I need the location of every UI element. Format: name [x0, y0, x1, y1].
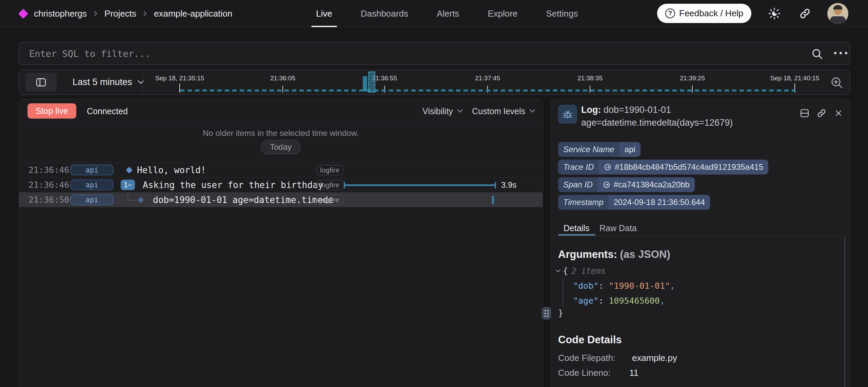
empty-window-notice: No older items in the selected time wind…	[19, 128, 542, 138]
theme-toggle-button[interactable]	[766, 5, 783, 22]
span-id-pill[interactable]: Span ID #ca741384ca2a20bb	[558, 177, 695, 192]
logfire-tag[interactable]: logfire	[316, 195, 343, 205]
trace-id-pill[interactable]: Trace ID #18b84cb4847b5d574c4ad9121935a4…	[558, 160, 768, 175]
breadcrumb-org[interactable]: christophergs	[34, 8, 87, 19]
breadcrumb: christophergs Projects example-applicati…	[34, 0, 232, 27]
time-range-selector[interactable]: Last 5 minutes	[73, 70, 144, 94]
chevron-right-icon	[93, 11, 99, 17]
json-items-note: 2 items	[571, 266, 606, 276]
tree-connector	[127, 192, 128, 200]
timeline-tick-mark	[692, 86, 693, 93]
service-badge[interactable]: api	[71, 165, 113, 175]
collapse-toggle-badge[interactable]: 1−	[121, 180, 135, 190]
log-position-tick	[492, 196, 494, 204]
log-detail-panel: Log: dob=1990-01-01 age=datetime.timedel…	[551, 99, 850, 387]
panel-resize-handle[interactable]	[542, 307, 551, 320]
tree-connector	[127, 200, 136, 201]
tab-raw-data[interactable]: Raw Data	[599, 223, 637, 233]
log-time: 21:36:46	[28, 163, 69, 178]
sidebar-toggle-button[interactable]	[25, 73, 57, 91]
custom-levels-label: Custom levels	[472, 106, 525, 116]
timeline-tick-mark	[384, 86, 385, 93]
link-icon	[799, 8, 811, 19]
timeline-selected-bucket[interactable]	[368, 72, 375, 93]
tab-live[interactable]: Live	[316, 0, 332, 27]
span-id-label: Span ID	[558, 177, 598, 192]
json-close-line: }	[558, 308, 563, 318]
copy-link-button[interactable]	[816, 108, 827, 118]
timeline-tick-label: 21:38:35	[577, 75, 603, 82]
timestamp-pill: Timestamp 2024-09-18 21:36:50.644	[558, 195, 710, 210]
timeline-tick-label: Sep 18, 21:35:15	[155, 75, 204, 82]
log-row[interactable]: 21:36:46 api Hello, world! logfire	[19, 162, 542, 177]
log-row[interactable]: 21:36:46 api 1− Asking the user for thei…	[19, 177, 542, 192]
tab-dashboards[interactable]: Dashboards	[361, 0, 408, 27]
scrollbar[interactable]	[844, 237, 845, 387]
tab-alerts[interactable]: Alerts	[437, 0, 459, 27]
timestamp-value: 2024-09-18 21:36:50.644	[608, 195, 710, 210]
more-options-button[interactable]	[834, 52, 847, 54]
chevron-down-icon	[529, 109, 535, 113]
close-panel-button[interactable]	[833, 108, 844, 118]
tab-explore[interactable]: Explore	[488, 0, 517, 27]
json-comma: ,	[660, 296, 665, 306]
custom-levels-dropdown[interactable]: Custom levels	[472, 99, 535, 123]
json-entry-dob: "dob": "1990-01-01",	[573, 281, 675, 291]
service-name-value: api	[619, 142, 640, 157]
service-name-pill: Service Name api	[558, 142, 640, 157]
json-open-brace: {	[563, 266, 568, 276]
open-in-panel-button[interactable]	[800, 108, 810, 118]
timeline-tick-mark	[590, 86, 590, 93]
share-link-button[interactable]	[796, 5, 814, 22]
feedback-help-button[interactable]: ? Feedback / Help	[657, 4, 751, 23]
logfire-logo-icon[interactable]	[18, 9, 28, 19]
sql-filter-bar	[19, 42, 850, 65]
timeline-tick-label: 21:36:05	[270, 75, 295, 82]
log-type-badge	[558, 105, 577, 124]
breadcrumb-projects[interactable]: Projects	[104, 8, 136, 19]
tab-details[interactable]: Details	[564, 223, 589, 233]
active-tab-underline	[558, 234, 595, 236]
live-panel-header: Stop live Connected Visibility Custom le…	[19, 99, 542, 123]
timeline-tick-label: Sep 18, 21:40:15	[770, 75, 820, 82]
live-log-panel: Stop live Connected Visibility Custom le…	[19, 99, 543, 387]
link-icon	[604, 163, 611, 171]
tab-settings[interactable]: Settings	[546, 0, 578, 27]
zoom-in-icon	[830, 76, 844, 89]
visibility-dropdown[interactable]: Visibility	[422, 99, 463, 123]
json-key: "age"	[573, 296, 598, 306]
collapse-caret-icon[interactable]	[555, 269, 561, 273]
chevron-down-icon	[457, 109, 463, 113]
service-badge[interactable]: api	[71, 180, 113, 190]
close-icon	[834, 109, 843, 117]
log-message: Hello, world!	[137, 163, 206, 178]
timeline-zoom-button[interactable]	[830, 76, 844, 89]
service-name-label: Service Name	[558, 142, 619, 157]
log-message: dob=1990-01-01 age=datetime.timede	[153, 192, 333, 207]
log-row-selected[interactable]: 21:36:50 api dob=1990-01-01 age=datetime…	[19, 192, 542, 207]
today-button[interactable]: Today	[261, 140, 301, 154]
span-id-value: #ca741384ca2a20bb	[614, 180, 690, 189]
logfire-tag[interactable]: logfire	[316, 180, 343, 190]
json-string-value: "1990-01-01"	[609, 281, 670, 291]
arguments-heading-suffix: (as JSON)	[620, 248, 670, 260]
search-button[interactable]	[811, 48, 823, 60]
detail-title-line1: dob=1990-01-01	[604, 105, 671, 115]
user-avatar[interactable]	[827, 3, 848, 24]
detail-title-line2: age=datetime.timedelta(days=12679)	[581, 118, 733, 128]
log-diamond-icon	[126, 167, 133, 174]
timeline-histogram-bar	[363, 76, 367, 91]
sql-filter-input[interactable]	[28, 42, 796, 65]
json-indent-guide	[563, 277, 563, 307]
bug-icon	[562, 109, 573, 120]
link-icon	[603, 181, 610, 188]
stop-live-button[interactable]: Stop live	[27, 103, 76, 119]
logfire-tag[interactable]: logfire	[316, 165, 343, 175]
breadcrumb-project-name[interactable]: example-application	[154, 8, 232, 19]
sun-moon-icon	[768, 7, 781, 20]
service-badge[interactable]: api	[71, 195, 113, 205]
timeline-tick-mark	[282, 86, 283, 93]
timestamp-label: Timestamp	[558, 195, 608, 210]
connection-status: Connected	[87, 99, 128, 123]
timeline-tick-mark	[487, 86, 488, 93]
